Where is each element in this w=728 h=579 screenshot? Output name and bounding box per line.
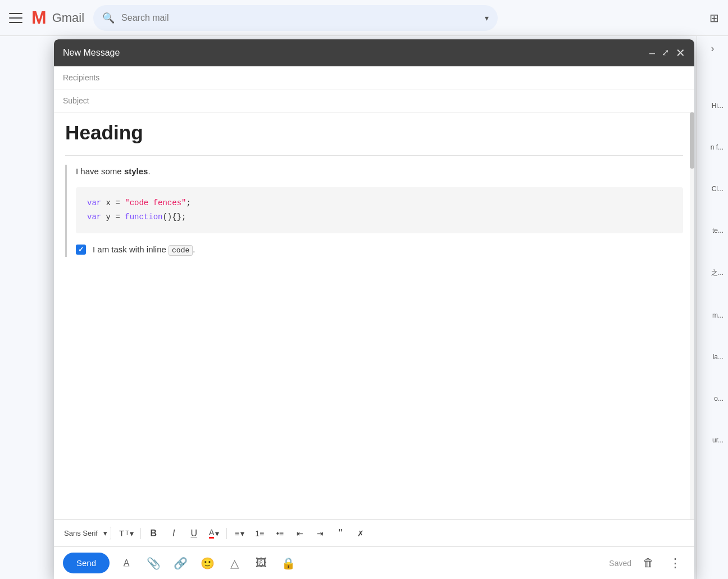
italic-button[interactable]: I	[165, 526, 183, 541]
font-size-button[interactable]: TT ▾	[116, 526, 137, 540]
font-color-chevron: ▾	[215, 529, 219, 538]
task-text-before: I am task with inline	[93, 245, 169, 254]
bold-button[interactable]: B	[144, 526, 162, 541]
bullet-list-button[interactable]: •≡	[271, 527, 289, 540]
paragraph-bold: styles	[124, 166, 148, 176]
sidebar-text-6: m...	[712, 311, 724, 319]
task-text: I am task with inline code.	[93, 245, 195, 255]
grid-icon[interactable]: ⊞	[709, 11, 719, 25]
gmail-text: Gmail	[52, 11, 84, 25]
task-item: I am task with inline code.	[76, 242, 683, 257]
task-checkbox[interactable]	[76, 245, 86, 255]
font-color-icon: A	[209, 528, 214, 539]
indent-less-icon: ⇤	[297, 529, 303, 538]
chevron-down-icon[interactable]: ▾	[485, 13, 489, 22]
font-chevron-icon: ▾	[103, 529, 107, 537]
more-icon: ⋮	[669, 556, 681, 571]
inline-code: code	[169, 245, 193, 256]
font-size-icon: T	[119, 528, 124, 538]
link-button[interactable]: 🔗	[170, 553, 190, 573]
send-button[interactable]: Send	[63, 553, 110, 573]
drive-icon: △	[230, 557, 239, 570]
align-chevron: ▾	[240, 529, 244, 538]
recipients-label: Recipients	[63, 73, 108, 82]
compose-controls: – ⤢ ✕	[649, 47, 685, 58]
image-icon: 🖼	[256, 557, 267, 569]
subject-row: Subject	[54, 89, 694, 112]
search-input[interactable]: Search mail	[121, 13, 478, 23]
link-icon: 🔗	[174, 557, 188, 570]
bullet-list-icon: •≡	[276, 529, 284, 538]
image-button[interactable]: 🖼	[251, 553, 271, 573]
search-bar[interactable]: 🔍 Search mail ▾	[93, 5, 498, 31]
code-keyword-2: var	[87, 212, 101, 221]
minimize-button[interactable]: –	[649, 48, 655, 58]
underline-button[interactable]: U	[185, 526, 203, 541]
attach-button[interactable]: 📎	[143, 553, 163, 573]
compose-window: New Message – ⤢ ✕ Recipients Subject Hea…	[54, 39, 694, 579]
body-divider	[65, 155, 683, 156]
search-icon: 🔍	[102, 12, 115, 24]
drive-button[interactable]: △	[224, 553, 244, 573]
font-size-sub-icon: T	[125, 530, 129, 536]
font-family-button[interactable]: Sans Serif ▾	[61, 527, 111, 540]
font-family-label: Sans Serif	[64, 529, 98, 537]
emoji-button[interactable]: 🙂	[197, 553, 217, 573]
menu-icon[interactable]	[9, 11, 22, 25]
code-plain-1: x =	[101, 198, 125, 207]
numbered-list-button[interactable]: 1≡	[251, 527, 269, 540]
confidential-button[interactable]: 🔒	[278, 553, 298, 573]
code-end-1: ;	[186, 198, 190, 207]
body-paragraph: I have some styles.	[76, 165, 683, 178]
expand-right-icon[interactable]: ›	[711, 43, 715, 55]
indent-more-icon: ⇥	[317, 529, 324, 538]
right-sidebar: › Hi... n f... Cl... te... 之... m... la.…	[697, 36, 728, 579]
body-heading: Heading	[65, 121, 683, 144]
indent-more-button[interactable]: ⇥	[311, 527, 329, 540]
sidebar-text-4: te...	[712, 227, 724, 234]
sidebar-text-3: Cl...	[712, 185, 724, 193]
code-keyword-func: function	[125, 212, 162, 221]
recipients-row: Recipients	[54, 66, 694, 89]
subject-input[interactable]	[108, 96, 685, 105]
paragraph-end: .	[148, 166, 150, 176]
sidebar-text-1: Hi...	[712, 102, 724, 110]
clear-format-button[interactable]: ✗	[352, 527, 370, 540]
quote-button[interactable]: "	[331, 524, 349, 542]
toolbar-separator-1	[140, 528, 141, 539]
trash-button[interactable]: 🗑	[638, 553, 658, 573]
clear-format-icon: ✗	[357, 529, 364, 538]
align-button[interactable]: ≡ ▾	[230, 527, 248, 540]
close-button[interactable]: ✕	[676, 47, 685, 58]
recipients-input[interactable]	[108, 73, 685, 82]
indent-less-button[interactable]: ⇤	[291, 527, 309, 540]
toolbar-separator-2	[226, 528, 227, 539]
code-plain-2: y =	[101, 212, 125, 221]
sidebar-text-5: 之...	[711, 268, 724, 278]
compose-body[interactable]: Heading I have some styles. var x = "cod…	[54, 112, 694, 519]
sidebar-text-8: o...	[714, 395, 724, 402]
trash-icon: 🗑	[643, 557, 654, 569]
code-keyword-1: var	[87, 198, 101, 207]
expand-button[interactable]: ⤢	[662, 48, 669, 57]
saved-text: Saved	[609, 559, 631, 568]
format-underline-a-icon: A	[124, 558, 130, 568]
format-button[interactable]: A	[116, 553, 136, 573]
align-icon: ≡	[235, 529, 239, 538]
confidential-icon: 🔒	[281, 557, 295, 570]
code-line-1: var x = "code fences";	[87, 196, 672, 210]
sidebar-text-7: la...	[713, 353, 724, 361]
more-options-button[interactable]: ⋮	[665, 553, 685, 573]
code-line-2: var y = function(){};	[87, 210, 672, 224]
compose-scrollbar-thumb[interactable]	[690, 112, 694, 169]
compose-title: New Message	[63, 48, 120, 58]
task-text-end: .	[193, 245, 195, 254]
code-end-2: (){};	[162, 212, 186, 221]
sidebar-text-9: ur...	[712, 436, 724, 444]
blockquote-section: I have some styles. var x = "code fences…	[65, 165, 683, 257]
code-string-1: "code fences"	[125, 198, 186, 207]
font-color-button[interactable]: A ▾	[205, 526, 223, 541]
compose-scrollbar[interactable]	[690, 112, 694, 519]
emoji-icon: 🙂	[201, 557, 215, 570]
sidebar-text-2: n f...	[711, 143, 724, 151]
